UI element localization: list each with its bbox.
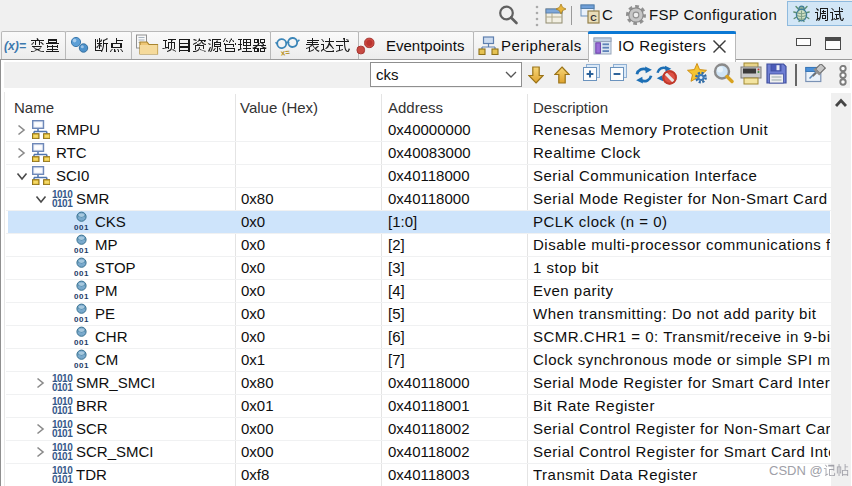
svg-text:(x)=: (x)=: [4, 38, 26, 53]
svg-text:001: 001: [74, 315, 89, 323]
svg-text:001: 001: [74, 269, 89, 277]
svg-text:001: 001: [74, 223, 89, 231]
svg-text:x=: x=: [280, 48, 290, 58]
svg-text:001: 001: [74, 361, 89, 369]
svg-text:001: 001: [74, 338, 89, 346]
svg-text:001: 001: [74, 246, 89, 254]
svg-text:001: 001: [74, 292, 89, 300]
svg-text:C: C: [590, 13, 597, 23]
